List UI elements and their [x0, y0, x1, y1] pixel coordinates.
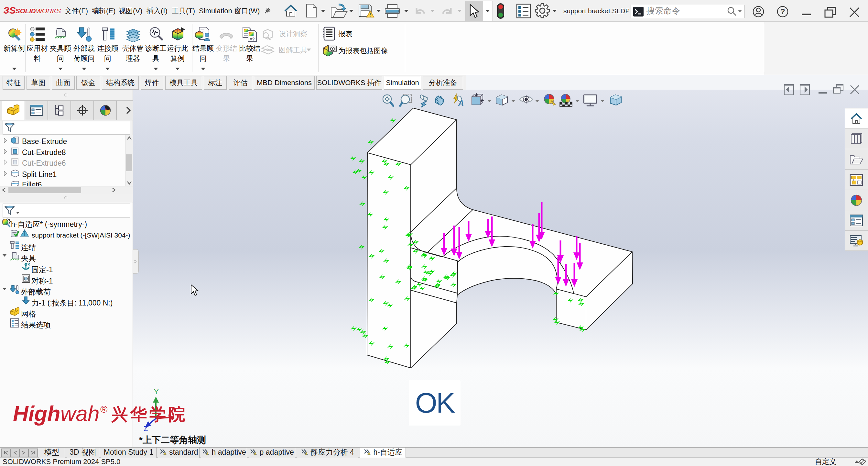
svg-text:ЗS: ЗS: [3, 5, 16, 16]
svg-text:=?: =?: [250, 36, 255, 41]
svg-text:A: A: [458, 99, 464, 108]
svg-text:Y: Y: [154, 388, 159, 396]
svg-text:?: ?: [780, 7, 785, 16]
svg-text:SOLIDWORKS: SOLIDWORKS: [16, 7, 61, 14]
svg-text:!: !: [369, 12, 371, 18]
svg-text:Z: Z: [144, 425, 148, 432]
